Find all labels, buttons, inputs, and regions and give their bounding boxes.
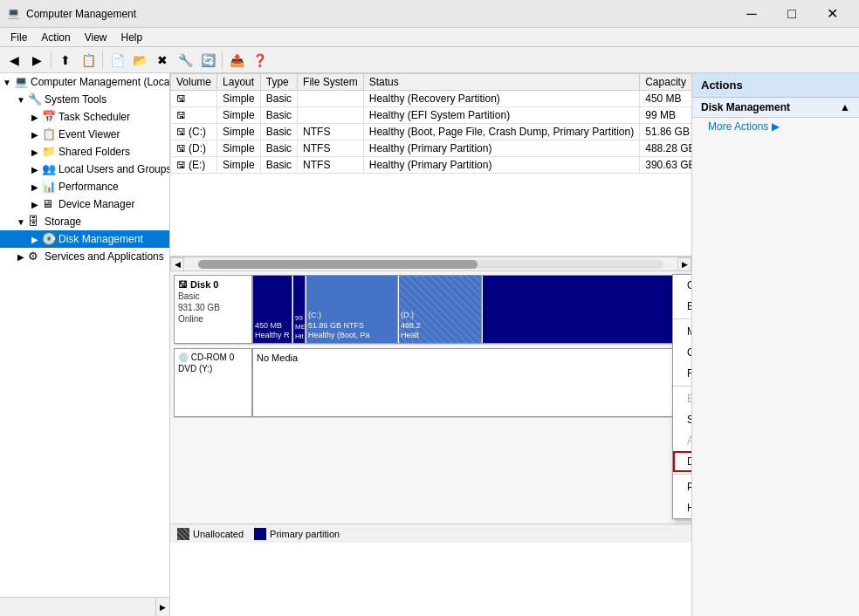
ctx-label: Mark Partition as Active [687,325,691,338]
menu-file[interactable]: File [3,30,34,45]
tree-expand-services-apps[interactable]: ▶ [14,250,28,264]
tree-expand-local-users[interactable]: ▶ [28,162,42,176]
ctx-sep-6 [673,386,691,387]
tree-expand-system-tools[interactable]: ▼ [14,92,28,106]
tree-icon-device-manager: 🖥 [42,197,56,211]
cell-capacity-4: 390.63 GB [640,157,691,174]
tree-label-system-tools: System Tools [45,93,107,106]
cdrom-media-area: No Media [252,348,688,417]
sidebar-item-computer-management[interactable]: ▼ 💻 Computer Management (Local [0,73,169,91]
close-button[interactable]: ✕ [812,0,852,28]
sidebar-item-performance[interactable]: ▶ 📊 Performance [0,178,169,195]
sidebar-item-event-viewer[interactable]: ▶ 📋 Event Viewer [0,126,169,143]
ctx-item-changedriveletterandpaths[interactable]: Change Drive Letter and Paths... [673,342,691,363]
col-status[interactable]: Status [363,74,639,91]
cell-status-4: Healthy (Primary Partition) [363,157,639,174]
partition-c-label: (C:)51.86 GB NTFSHealthy (Boot, Pa [308,311,395,341]
toolbar-show-hide[interactable]: 📋 [78,50,99,71]
actions-section-label: Disk Management [701,101,790,113]
ctx-item-shrinkvolume[interactable]: Shrink Volume... [673,409,691,430]
sidebar-scroll-track[interactable] [0,598,155,616]
partition-d[interactable]: (D:)488.2Healt [399,276,482,343]
toolbar-open[interactable]: 📂 [129,50,150,71]
table-row[interactable]: 🖫(D:) Simple Basic NTFS Healthy (Primary… [171,140,692,157]
sidebar-item-task-scheduler[interactable]: ▶ 📅 Task Scheduler [0,108,169,126]
maximize-button[interactable]: □ [772,0,812,28]
partition-e[interactable] [483,276,687,343]
tree-expand-storage[interactable]: ▼ [14,215,28,229]
toolbar-delete[interactable]: ✖ [152,50,173,71]
cell-layout-1: Simple [217,107,261,124]
ctx-label: Help [687,502,691,514]
ctx-sep-11 [673,474,691,475]
toolbar-back[interactable]: ◀ [3,50,24,71]
toolbar-up[interactable]: ⬆ [55,50,76,71]
toolbar-new[interactable]: 📄 [107,50,127,71]
h-scrollbar[interactable]: ◀ ▶ [170,257,691,270]
sidebar-item-disk-management[interactable]: ▶ 💽 Disk Management [0,230,169,248]
sidebar-item-system-tools[interactable]: ▼ 🔧 System Tools [0,91,169,108]
ctx-item-format[interactable]: Format... [673,363,691,384]
cell-fs-0 [298,91,364,107]
minimize-button[interactable]: ─ [732,0,772,28]
toolbar-refresh[interactable]: 🔄 [197,50,218,71]
toolbar-properties[interactable]: 🔧 [175,50,196,71]
partition-d-label: (D:)488.2Healt [401,311,479,341]
cell-status-2: Healthy (Boot, Page File, Crash Dump, Pr… [363,124,639,140]
sidebar: ▼ 💻 Computer Management (Local ▼ 🔧 Syste… [0,73,170,597]
scroll-thumb[interactable] [198,260,478,269]
tree-expand-event-viewer[interactable]: ▶ [28,127,42,141]
menu-view[interactable]: View [78,30,114,45]
ctx-item-markpartitionasactive[interactable]: Mark Partition as Active [673,321,691,342]
toolbar-export[interactable]: 📤 [226,50,247,71]
main-container: ▼ 💻 Computer Management (Local ▼ 🔧 Syste… [0,73,859,616]
ctx-item-deletevolume[interactable]: Delete Volume... [673,451,691,472]
tree-expand-disk-management[interactable]: ▶ [28,232,42,246]
tree-expand-performance[interactable]: ▶ [28,180,42,194]
menu-help[interactable]: Help [114,30,150,45]
partition-recovery[interactable]: 450 MBHealthy R [253,276,292,343]
cdrom-icon-label: 💿 CD-ROM 0 [178,352,248,362]
sidebar-scroll-right[interactable]: ▶ [155,598,169,617]
col-volume[interactable]: Volume [171,74,217,91]
col-layout[interactable]: Layout [217,74,261,91]
tree-expand-computer-management[interactable]: ▼ [0,75,14,89]
scroll-track[interactable] [198,260,663,269]
sidebar-item-storage[interactable]: ▼ 🗄 Storage [0,213,169,230]
ctx-item-explore[interactable]: Explore [673,296,691,317]
legend-primary: Primary partition [254,528,340,540]
ctx-item-properties[interactable]: Properties [673,476,691,497]
tree-icon-performance: 📊 [42,180,56,194]
table-row[interactable]: 🖫(C:) Simple Basic NTFS Healthy (Boot, P… [171,124,692,140]
col-type[interactable]: Type [260,74,297,91]
toolbar-forward[interactable]: ▶ [26,50,47,71]
ctx-item-open[interactable]: Open [673,275,691,296]
scroll-left-arrow[interactable]: ◀ [170,257,184,271]
cell-status-3: Healthy (Primary Partition) [363,140,639,157]
actions-more-actions[interactable]: More Actions ▶ [692,118,859,135]
table-row[interactable]: 🖫(E:) Simple Basic NTFS Healthy (Primary… [171,157,692,174]
ctx-label: Change Drive Letter and Paths... [687,346,691,359]
sidebar-item-services-apps[interactable]: ▶ ⚙ Services and Applications [0,248,169,265]
table-row[interactable]: 🖫 Simple Basic Healthy (Recovery Partiti… [171,91,692,107]
partition-c[interactable]: (C:)51.86 GB NTFSHealthy (Boot, Pa [306,276,398,343]
ctx-item-help[interactable]: Help [673,497,691,518]
tree-expand-task-scheduler[interactable]: ▶ [28,110,42,124]
tree-expand-shared-folders[interactable]: ▶ [28,145,42,159]
partition-efi[interactable]: 99MEHlt [293,276,306,343]
tree-expand-device-manager[interactable]: ▶ [28,197,42,211]
sidebar-item-device-manager[interactable]: ▶ 🖥 Device Manager [0,195,169,213]
toolbar-help[interactable]: ❓ [249,50,270,71]
scroll-right-arrow[interactable]: ▶ [677,257,691,271]
ctx-item-addmirror: Add Mirror... [673,430,691,451]
col-filesystem[interactable]: File System [298,74,364,91]
sidebar-item-local-users[interactable]: ▶ 👥 Local Users and Groups [0,161,169,178]
col-capacity[interactable]: Capacity [640,74,691,91]
partition-recovery-label: 450 MBHealthy R [255,321,290,341]
actions-section-disk-management[interactable]: Disk Management ▲ [692,98,859,118]
context-menu: OpenExploreMark Partition as ActiveChang… [672,274,691,519]
menu-action[interactable]: Action [34,30,77,45]
cdrom-no-media: No Media [257,352,684,363]
sidebar-item-shared-folders[interactable]: ▶ 📁 Shared Folders [0,143,169,161]
table-row[interactable]: 🖫 Simple Basic Healthy (EFI System Parti… [171,107,692,124]
